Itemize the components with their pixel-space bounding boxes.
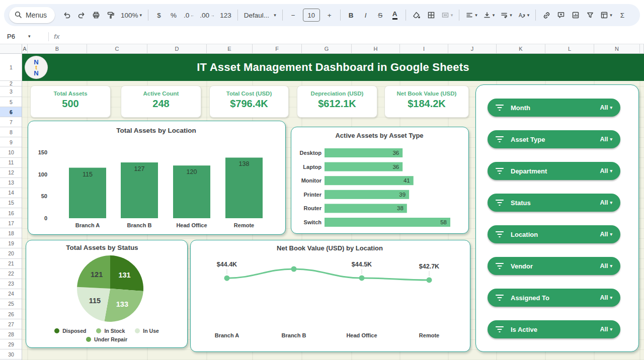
slicer-value-dropdown[interactable]: All ▾ [600, 104, 612, 111]
increase-decimals-button[interactable]: .00→ [198, 8, 216, 23]
row-header-21[interactable]: 21 [0, 259, 22, 269]
svg-text:A: A [519, 13, 522, 18]
filter-views-button[interactable]: ▾ [598, 8, 614, 23]
slicer-location[interactable]: Location All ▾ [488, 225, 620, 243]
slicer-assigned-to[interactable]: Assigned To All ▾ [488, 289, 620, 307]
column-header-K[interactable]: K [497, 44, 545, 54]
row-header-11[interactable]: 11 [0, 158, 22, 168]
name-box[interactable]: P6 ▾ [0, 33, 43, 40]
merge-cells-button[interactable]: ▾ [439, 8, 455, 23]
slicer-vendor[interactable]: Vendor All ▾ [488, 257, 620, 275]
row-header-17[interactable]: 17 [0, 218, 22, 228]
slicer-value-dropdown[interactable]: All ▾ [600, 167, 612, 174]
row-header-30[interactable]: 30 [0, 349, 22, 359]
row-header-1[interactable]: 1 [0, 54, 22, 81]
row-header-12[interactable]: 12 [0, 168, 22, 178]
undo-icon [63, 11, 71, 19]
slicer-is-active[interactable]: Is Active All ▾ [488, 320, 620, 338]
row-header-13[interactable]: 13 [0, 178, 22, 188]
svg-text:$44.5K: $44.5K [352, 261, 372, 268]
decrease-decimals-button[interactable]: .0← [182, 8, 196, 23]
slicer-value-dropdown[interactable]: All ▾ [600, 136, 612, 143]
column-header-I[interactable]: I [400, 44, 448, 54]
decrease-font-size-button[interactable]: − [287, 8, 300, 23]
toolbar: Menus 100% ▾ $ % .0← .00→ 123 Defaul... … [0, 0, 644, 29]
row-header-23[interactable]: 23 [0, 279, 22, 289]
functions-button[interactable]: Σ [616, 8, 629, 23]
row-header-19[interactable]: 19 [0, 238, 22, 248]
font-size-input[interactable]: 10 [303, 9, 320, 22]
redo-button[interactable] [75, 8, 88, 23]
svg-text:0: 0 [44, 215, 47, 221]
insert-comment-button[interactable] [554, 8, 568, 23]
more-formats-button[interactable]: 123 [218, 8, 233, 23]
column-header-A[interactable]: A [22, 44, 28, 54]
insert-link-button[interactable] [540, 8, 553, 23]
format-currency-button[interactable]: $ [152, 8, 166, 23]
insert-chart-button[interactable] [569, 8, 582, 23]
column-header-C[interactable]: C [87, 44, 147, 54]
increase-font-size-button[interactable]: + [323, 8, 336, 23]
row-header-15[interactable]: 15 [0, 198, 22, 208]
create-filter-button[interactable] [584, 8, 597, 23]
row-header-6[interactable]: 6 [0, 107, 22, 117]
menus-search-button[interactable]: Menus [9, 7, 55, 23]
row-header-22[interactable]: 22 [0, 269, 22, 279]
borders-button[interactable] [425, 8, 438, 23]
slicer-asset-type[interactable]: Asset Type All ▾ [488, 130, 620, 148]
kpi-value: 248 [121, 98, 201, 110]
zoom-select[interactable]: 100% ▾ [119, 8, 144, 23]
vertical-align-button[interactable]: ▾ [481, 8, 497, 23]
row-header-5[interactable]: 5 [0, 97, 22, 107]
slicer-value-dropdown[interactable]: All ▾ [600, 294, 612, 301]
link-icon [542, 11, 551, 20]
row-header-10[interactable]: 10 [0, 147, 22, 157]
format-percent-button[interactable]: % [167, 8, 180, 23]
row-header-24[interactable]: 24 [0, 289, 22, 299]
column-header-E[interactable]: E [207, 44, 253, 54]
row-header-14[interactable]: 14 [0, 188, 22, 198]
row-header-29[interactable]: 29 [0, 339, 22, 349]
column-header-G[interactable]: G [302, 44, 352, 54]
slicer-month[interactable]: Month All ▾ [488, 99, 620, 117]
select-all-corner[interactable] [0, 44, 22, 54]
row-header-20[interactable]: 20 [0, 248, 22, 258]
row-header-18[interactable]: 18 [0, 228, 22, 238]
row-header-9[interactable]: 9 [0, 137, 22, 147]
column-header-N[interactable]: N [594, 44, 640, 54]
column-header-J[interactable]: J [448, 44, 497, 54]
row-header-16[interactable]: 16 [0, 208, 22, 218]
row-header-3[interactable]: 3 [0, 86, 22, 97]
strikethrough-button[interactable]: S [374, 8, 387, 23]
row-header-8[interactable]: 8 [0, 127, 22, 137]
column-header-D[interactable]: D [147, 44, 207, 54]
fill-color-button[interactable] [410, 8, 423, 23]
slicer-value-dropdown[interactable]: All ▾ [600, 199, 612, 206]
row-header-2[interactable]: 2 [0, 81, 22, 86]
column-header-F[interactable]: F [253, 44, 302, 54]
slicer-status[interactable]: Status All ▾ [488, 194, 620, 212]
row-header-28[interactable]: 28 [0, 329, 22, 339]
text-color-button[interactable]: A [388, 8, 401, 23]
slicer-value-dropdown[interactable]: All ▾ [600, 231, 612, 238]
column-header-B[interactable]: B [28, 44, 87, 54]
text-rotation-button[interactable]: A ▾ [516, 8, 532, 23]
slicer-value-dropdown[interactable]: All ▾ [600, 262, 612, 269]
column-header-H[interactable]: H [352, 44, 400, 54]
bold-button[interactable]: B [345, 8, 358, 23]
horizontal-align-button[interactable]: ▾ [463, 8, 479, 23]
print-button[interactable] [90, 8, 103, 23]
slicer-department[interactable]: Department All ▾ [488, 162, 620, 180]
row-header-26[interactable]: 26 [0, 309, 22, 319]
column-header-L[interactable]: L [545, 44, 594, 54]
slicer-value-dropdown[interactable]: All ▾ [600, 326, 612, 333]
text-wrap-button[interactable]: ▾ [498, 8, 514, 23]
font-select[interactable]: Defaul... ▾ [242, 8, 278, 23]
zoom-value: 100% [121, 12, 138, 19]
row-header-25[interactable]: 25 [0, 299, 22, 309]
row-header-27[interactable]: 27 [0, 319, 22, 329]
paint-format-button[interactable] [104, 8, 117, 23]
row-header-7[interactable]: 7 [0, 117, 22, 127]
italic-button[interactable]: I [359, 8, 372, 23]
undo-button[interactable] [60, 8, 73, 23]
